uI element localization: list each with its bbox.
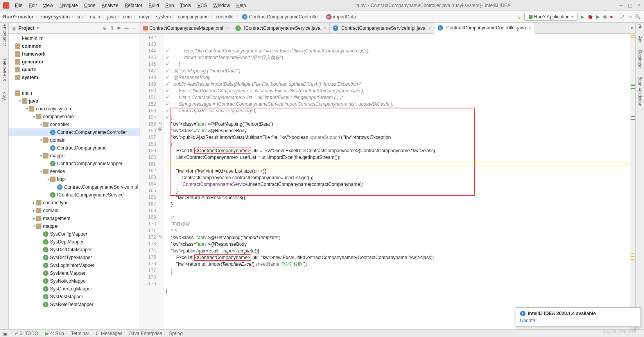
project-view-combo-icon[interactable]: ▾ — [37, 26, 39, 30]
structure-tool-button[interactable]: 7: Structure — [2, 24, 7, 47]
close-tab-icon[interactable]: × — [429, 26, 431, 31]
project-tree[interactable]: i-admin.imlcommonframeworkgeneratorquart… — [9, 34, 140, 329]
web-tool-button[interactable]: Web — [2, 92, 6, 100]
crumb-class[interactable]: cContractCompanynameController — [242, 14, 319, 20]
code-editor[interactable]: // ExcelUtil<ContractCompanyname> util =… — [163, 34, 630, 329]
tree-node[interactable]: ISysMenuMapper — [9, 269, 140, 277]
todo-button[interactable]: 6: TODO — [20, 331, 38, 336]
tree-node[interactable]: ▾mapper — [9, 222, 140, 230]
profile-icon[interactable]: ◉ — [603, 14, 607, 20]
tree-node[interactable]: ISysLogininforMapper — [9, 261, 140, 269]
messages-button[interactable]: 0: Messages — [96, 331, 122, 336]
tree-node[interactable]: ▸management — [9, 214, 140, 222]
tree-node[interactable]: ISysConfigMapper — [9, 230, 140, 238]
maven-tool-button[interactable]: m — [638, 24, 642, 28]
menu-refactor[interactable]: Refactor — [122, 2, 145, 9]
menu-window[interactable]: Window — [211, 2, 232, 9]
tree-node[interactable]: cContractCompanynameServiceImpl — [9, 183, 140, 191]
tree-node[interactable]: ISysDictTypeMapper — [9, 254, 140, 261]
tree-node[interactable]: quartz — [9, 66, 140, 74]
project-view-icon[interactable]: ▣ — [12, 25, 16, 31]
update-link[interactable]: Update... — [520, 318, 539, 323]
tree-node[interactable]: ▾controller — [9, 121, 140, 128]
search-everywhere-icon[interactable]: 🔍 — [635, 14, 641, 20]
tree-node[interactable]: ISysNoticeMapper — [9, 277, 140, 285]
ant-tool-button[interactable]: Ant — [638, 36, 642, 43]
crumb-method[interactable]: mimportData — [326, 14, 356, 20]
close-tab-icon[interactable]: × — [529, 25, 531, 30]
tree-node[interactable]: ISysOperLogMapper — [9, 285, 140, 293]
git-icon[interactable]: ⎇ — [619, 14, 624, 20]
menu-code[interactable]: Code — [82, 2, 98, 9]
tree-node[interactable]: ▾java — [9, 97, 140, 105]
database-tool-button[interactable]: Database — [638, 50, 642, 68]
minimize-icon[interactable]: — — [619, 3, 623, 8]
tree-node[interactable] — [9, 81, 140, 89]
close-tab-icon[interactable]: × — [226, 26, 229, 31]
editor-tab[interactable]: cContractCompanynameServiceImpl.java× — [330, 23, 434, 33]
menu-tools[interactable]: Tools — [178, 2, 194, 9]
tree-node[interactable]: ISysRoleDeptMapper — [9, 301, 140, 308]
menu-build[interactable]: Build — [146, 2, 161, 9]
tree-node[interactable]: common — [9, 42, 140, 50]
java-enterprise-button[interactable]: Java Enterprise — [129, 331, 162, 336]
error-stripe[interactable] — [630, 34, 635, 329]
crumb-ruoyi-master[interactable]: RuoYi-master — [3, 14, 34, 20]
more-icon[interactable]: → — [132, 25, 136, 31]
spring-button[interactable]: Spring — [169, 331, 183, 336]
tree-node[interactable]: ISysDeptMapper — [9, 238, 140, 246]
crumb-main[interactable]: main — [90, 14, 100, 20]
editor-tab[interactable]: IIContractCompanynameService.java× — [232, 23, 330, 33]
close-tab-icon[interactable]: × — [324, 26, 326, 31]
crumb-system[interactable]: system — [156, 14, 171, 20]
run-config-selector[interactable]: RuoYiApplication ▾ — [524, 13, 578, 21]
tree-node[interactable]: ▾domain — [9, 136, 140, 144]
editor-tab[interactable]: ContractCompanynameMapper.xml× — [140, 23, 232, 33]
bean-validation-tool-button[interactable]: Bean Validation — [638, 76, 642, 106]
menu-analyze[interactable]: Analyze — [99, 2, 121, 9]
crumb-companyname[interactable]: companyname — [178, 14, 209, 20]
tree-node[interactable]: ▾mapper — [9, 152, 140, 160]
coverage-icon[interactable]: ▶ — [596, 14, 600, 20]
menu-run[interactable]: Run — [163, 2, 176, 9]
tree-node[interactable]: ▾companyname — [9, 113, 140, 121]
tree-node[interactable]: ISysDictDataMapper — [9, 246, 140, 254]
tree-node[interactable]: i-admin.iml — [9, 34, 140, 42]
show-tool-windows-icon[interactable]: ▣ — [3, 331, 7, 336]
crumb-src[interactable]: src — [77, 14, 83, 20]
editor-tab[interactable]: cContractCompanynameController.java× — [434, 23, 535, 34]
tree-node[interactable]: main — [9, 89, 140, 97]
tree-node[interactable]: ▾service — [9, 168, 140, 175]
menu-file[interactable]: File — [13, 2, 25, 9]
tree-node[interactable]: cContractCompanynameController — [9, 128, 140, 136]
update-project-icon[interactable]: ▭ — [628, 14, 632, 20]
terminal-button[interactable]: Terminal — [71, 331, 89, 336]
crumb-com[interactable]: com — [123, 14, 132, 20]
crumb-java[interactable]: java — [107, 14, 116, 20]
close-icon[interactable]: ✕ — [637, 3, 641, 8]
hide-icon[interactable]: — — [124, 25, 129, 31]
settings-icon[interactable]: ✱ — [117, 25, 121, 31]
menu-edit[interactable]: Edit — [26, 2, 39, 9]
tree-node[interactable]: generator — [9, 58, 140, 66]
locate-icon[interactable]: ⊕ — [103, 25, 107, 31]
collapse-icon[interactable]: ⇅ — [110, 25, 114, 31]
tree-node[interactable]: ▾com.ruoyi.system — [9, 105, 140, 113]
tree-node[interactable]: ▸domain — [9, 207, 140, 214]
tree-node[interactable]: ISysPostMapper — [9, 293, 140, 301]
menu-navigate[interactable]: Navigate — [57, 2, 80, 9]
tree-node[interactable]: cContractCompanyname — [9, 144, 140, 152]
menu-help[interactable]: Help — [234, 2, 248, 9]
menu-vcs[interactable]: VCS — [195, 2, 210, 9]
favorites-tool-button[interactable]: 2: Favorites — [2, 58, 7, 81]
tree-node[interactable]: ▸contracttype — [9, 199, 140, 207]
stop-icon[interactable]: ■ — [610, 14, 613, 20]
back-icon[interactable]: ↘ — [517, 14, 521, 20]
tree-node[interactable]: system — [9, 74, 140, 81]
run-tool-button[interactable]: 4: Run — [50, 331, 64, 336]
tree-node[interactable]: framework — [9, 50, 140, 58]
crumb-controller[interactable]: controller — [216, 14, 235, 20]
editor-gutter[interactable]: 1421431441451461471481491501511521531541… — [140, 34, 163, 329]
tree-node[interactable]: IIContractCompanynameService — [9, 191, 140, 199]
run-icon[interactable]: ▶ — [581, 14, 584, 20]
